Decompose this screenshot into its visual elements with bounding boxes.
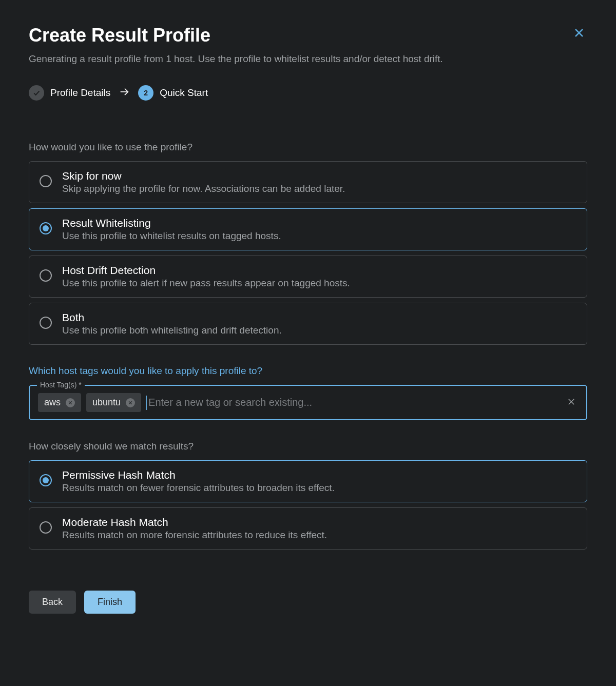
finish-button[interactable]: Finish [84,591,136,614]
input-legend: Host Tag(s) * [37,381,85,389]
radio-icon [40,474,52,486]
option-title: Moderate Hash Match [62,516,576,528]
use-option-group: Skip for nowSkip applying the profile fo… [29,161,587,345]
match-option[interactable]: Moderate Hash MatchResults match on more… [29,507,587,550]
use-option[interactable]: BothUse this profile both whitelisting a… [29,303,587,345]
stepper: Profile Details 2 Quick Start [29,85,587,101]
option-desc: Use this profile to whitelist results on… [62,230,576,242]
tag-label: ubuntu [92,397,121,408]
tag-remove-button[interactable] [66,398,75,407]
step-label: Quick Start [160,87,208,99]
radio-icon [40,269,52,282]
close-icon [128,400,133,405]
match-option[interactable]: Permissive Hash MatchResults match on fe… [29,460,587,502]
option-title: Host Drift Detection [62,264,576,277]
close-button[interactable] [571,25,587,43]
radio-icon [40,222,52,234]
close-icon [567,397,576,406]
step-quick-start[interactable]: 2 Quick Start [138,85,208,101]
option-title: Permissive Hash Match [62,469,576,481]
step-profile-details[interactable]: Profile Details [29,85,110,101]
option-desc: Results match on fewer forensic attribut… [62,482,576,494]
match-section-label: How closely should we match results? [29,441,587,452]
option-title: Skip for now [62,170,576,182]
radio-icon [40,175,52,187]
option-title: Both [62,311,576,324]
use-option[interactable]: Skip for nowSkip applying the profile fo… [29,161,587,203]
back-button[interactable]: Back [29,591,76,614]
step-number: 2 [138,85,153,101]
host-tags-input[interactable] [146,396,560,410]
page-subtitle: Generating a result profile from 1 host.… [29,53,587,65]
tag-remove-button[interactable] [126,398,135,407]
use-section-label: How would you like to use the profile? [29,142,587,153]
tags-section-label: Which host tags would you like to apply … [29,365,587,377]
use-option[interactable]: Result WhitelistingUse this profile to w… [29,208,587,250]
host-tags-input-wrapper[interactable]: Host Tag(s) * awsubuntu [29,385,587,420]
option-title: Result Whitelisting [62,217,576,229]
use-option[interactable]: Host Drift DetectionUse this profile to … [29,256,587,298]
clear-input-button[interactable] [565,395,578,410]
step-label: Profile Details [50,87,110,99]
tag-label: aws [44,397,61,408]
option-desc: Results match on more forensic attribute… [62,530,576,541]
check-icon [29,85,44,101]
page-title: Create Result Profile [29,25,210,46]
option-desc: Use this profile to alert if new pass re… [62,278,576,289]
match-option-group: Permissive Hash MatchResults match on fe… [29,460,587,550]
close-icon [68,400,73,405]
tag-chip: ubuntu [86,393,141,412]
close-icon [573,27,585,39]
radio-icon [40,521,52,534]
option-desc: Skip applying the profile for now. Assoc… [62,183,576,194]
tag-chip: aws [38,393,81,412]
arrow-right-icon [119,86,130,100]
footer: Back Finish [29,591,587,614]
option-desc: Use this profile both whitelisting and d… [62,325,576,336]
radio-icon [40,317,52,329]
